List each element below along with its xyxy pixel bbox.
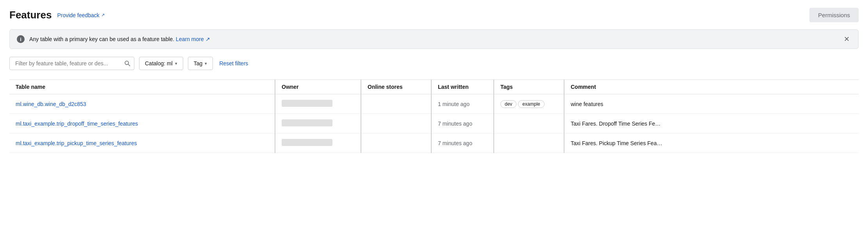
written-time: 7 minutes ago [438, 140, 472, 146]
permissions-button[interactable]: Permissions [809, 8, 859, 22]
owner-placeholder [282, 119, 332, 126]
table-body: ml.wine_db.wine_db_d2c8531 minute agodev… [9, 94, 859, 153]
close-banner-button[interactable]: ✕ [842, 36, 851, 43]
tag-badge[interactable]: example [518, 100, 544, 108]
col-header-written: Last written [431, 80, 494, 94]
filter-row: Catalog: ml ▾ Tag ▾ Reset filters [9, 57, 859, 70]
written-cell: 1 minute ago [431, 94, 494, 114]
feedback-link[interactable]: Provide feedback ↗ [57, 12, 104, 18]
tags-cell: devexample [494, 94, 564, 114]
reset-filters-button[interactable]: Reset filters [218, 59, 250, 68]
search-input[interactable] [9, 57, 134, 70]
comment-text: Taxi Fares. Dropoff Time Series Fe… [571, 121, 661, 127]
external-link-icon: ↗ [101, 13, 105, 18]
page-header: Features Provide feedback ↗ Permissions [9, 8, 859, 22]
table-row: ml.taxi_example.trip_pickup_time_series_… [9, 133, 859, 153]
table-name-link[interactable]: ml.wine_db.wine_db_d2c853 [16, 101, 86, 107]
search-icon [124, 60, 130, 67]
owner-cell [275, 114, 361, 133]
tags-cell [494, 114, 564, 133]
owner-placeholder [282, 100, 332, 107]
table-row: ml.taxi_example.trip_dropoff_time_series… [9, 114, 859, 133]
written-time: 7 minutes ago [438, 121, 472, 127]
catalog-filter-button[interactable]: Catalog: ml ▾ [139, 57, 183, 70]
table-header: Table name Owner Online stores Last writ… [9, 80, 859, 94]
owner-cell [275, 133, 361, 153]
learn-more-external-icon: ↗ [205, 36, 210, 42]
info-icon: i [17, 35, 25, 43]
written-cell: 7 minutes ago [431, 114, 494, 133]
tag-badge[interactable]: dev [500, 100, 516, 108]
col-header-name: Table name [9, 80, 275, 94]
comment-text: wine features [571, 101, 603, 107]
page-title: Features [9, 9, 52, 21]
tags-cell [494, 133, 564, 153]
tag-chevron-icon: ▾ [205, 61, 207, 66]
col-header-stores: Online stores [361, 80, 431, 94]
comment-cell: wine features [564, 94, 859, 114]
col-header-tags: Tags [494, 80, 564, 94]
stores-cell [361, 114, 431, 133]
stores-cell [361, 133, 431, 153]
banner-text: Any table with a primary key can be used… [29, 36, 838, 42]
col-header-owner: Owner [275, 80, 361, 94]
table-row: ml.wine_db.wine_db_d2c8531 minute agodev… [9, 94, 859, 114]
table-name-link[interactable]: ml.taxi_example.trip_pickup_time_series_… [16, 140, 137, 146]
written-cell: 7 minutes ago [431, 133, 494, 153]
search-wrapper [9, 57, 134, 70]
owner-cell [275, 94, 361, 114]
learn-more-link[interactable]: Learn more ↗ [176, 36, 210, 42]
search-button[interactable] [124, 60, 130, 67]
col-header-comment: Comment [564, 80, 859, 94]
comment-cell: Taxi Fares. Dropoff Time Series Fe… [564, 114, 859, 133]
comment-cell: Taxi Fares. Pickup Time Series Fea… [564, 133, 859, 153]
written-time: 1 minute ago [438, 101, 470, 107]
tag-filter-button[interactable]: Tag ▾ [188, 57, 213, 70]
info-banner: i Any table with a primary key can be us… [9, 29, 859, 49]
svg-line-1 [129, 65, 130, 66]
stores-cell [361, 94, 431, 114]
comment-text: Taxi Fares. Pickup Time Series Fea… [571, 140, 662, 146]
features-table: Table name Owner Online stores Last writ… [9, 79, 859, 153]
svg-point-0 [125, 61, 129, 65]
table-name-link[interactable]: ml.taxi_example.trip_dropoff_time_series… [16, 121, 138, 127]
catalog-chevron-icon: ▾ [175, 61, 177, 66]
header-left: Features Provide feedback ↗ [9, 9, 105, 21]
owner-placeholder [282, 139, 332, 146]
